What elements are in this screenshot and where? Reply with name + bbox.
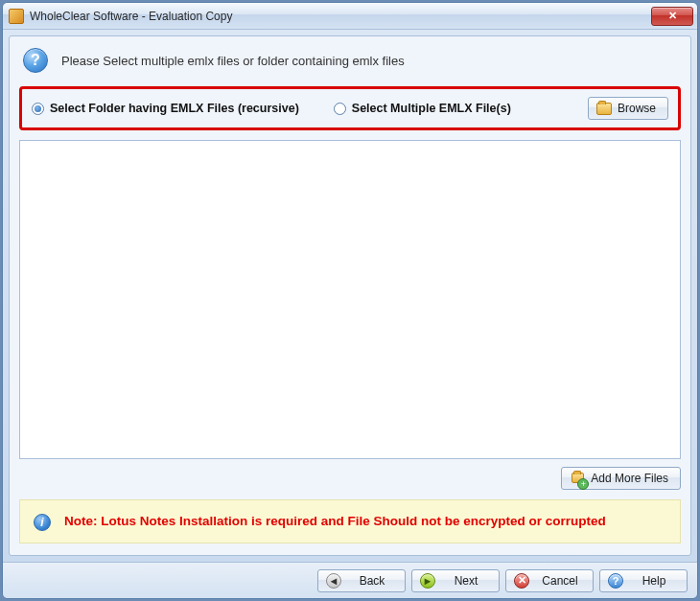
folder-open-icon bbox=[596, 101, 612, 116]
cancel-icon: ✕ bbox=[514, 573, 529, 589]
window-title: WholeClear Software - Evaluation Copy bbox=[30, 10, 651, 23]
titlebar[interactable]: WholeClear Software - Evaluation Copy ✕ bbox=[3, 3, 697, 30]
info-icon: i bbox=[34, 514, 51, 531]
back-label: Back bbox=[347, 574, 397, 588]
next-label: Next bbox=[441, 574, 491, 588]
radio-select-folder[interactable]: Select Folder having EMLX Files (recursi… bbox=[32, 102, 299, 115]
help-icon: ? bbox=[608, 573, 623, 589]
radio-folder-label: Select Folder having EMLX Files (recursi… bbox=[50, 102, 299, 115]
app-window: WholeClear Software - Evaluation Copy ✕ … bbox=[2, 2, 698, 599]
browse-button[interactable]: Browse bbox=[588, 97, 668, 120]
selection-option-box: Select Folder having EMLX Files (recursi… bbox=[19, 86, 681, 130]
radio-icon bbox=[334, 103, 346, 115]
close-icon: ✕ bbox=[668, 10, 677, 22]
below-list-row: Add More Files bbox=[19, 467, 681, 490]
wizard-footer: ◄ Back ► Next ✕ Cancel ? Help bbox=[3, 562, 697, 598]
add-file-icon bbox=[570, 471, 585, 486]
browse-label: Browse bbox=[618, 102, 656, 115]
cancel-label: Cancel bbox=[535, 574, 585, 588]
add-more-files-label: Add More Files bbox=[591, 472, 668, 485]
cancel-button[interactable]: ✕ Cancel bbox=[505, 569, 594, 592]
content-panel: ? Please Select multiple emlx files or f… bbox=[9, 35, 691, 556]
file-list-area[interactable] bbox=[19, 140, 681, 459]
help-button[interactable]: ? Help bbox=[599, 569, 688, 592]
instruction-text: Please Select multiple emlx files or fol… bbox=[61, 54, 405, 68]
help-label: Help bbox=[629, 574, 679, 588]
instruction-row: ? Please Select multiple emlx files or f… bbox=[19, 44, 681, 82]
question-icon: ? bbox=[23, 48, 48, 73]
radio-icon bbox=[32, 103, 44, 115]
close-button[interactable]: ✕ bbox=[651, 7, 693, 26]
add-more-files-button[interactable]: Add More Files bbox=[561, 467, 681, 490]
app-icon bbox=[9, 9, 24, 24]
note-box: i Note: Lotus Notes Installation is requ… bbox=[19, 499, 681, 543]
back-button[interactable]: ◄ Back bbox=[317, 569, 406, 592]
next-button[interactable]: ► Next bbox=[411, 569, 500, 592]
note-text: Note: Lotus Notes Installation is requir… bbox=[64, 512, 606, 531]
radio-files-label: Select Multiple EMLX File(s) bbox=[352, 102, 511, 115]
radio-select-multiple-files[interactable]: Select Multiple EMLX File(s) bbox=[334, 102, 511, 115]
arrow-left-icon: ◄ bbox=[326, 573, 341, 589]
arrow-right-icon: ► bbox=[420, 573, 435, 589]
